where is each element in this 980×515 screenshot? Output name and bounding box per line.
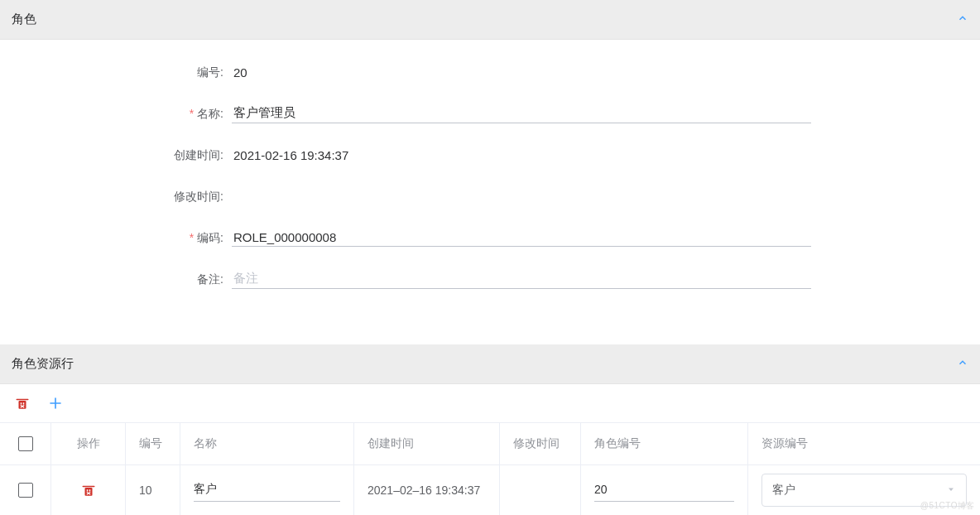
field-code-input[interactable]: ROLE_000000008	[232, 230, 811, 247]
resource-toolbar	[0, 384, 980, 422]
caret-down-icon	[946, 484, 956, 497]
field-mtime: 修改时间:	[0, 180, 980, 214]
field-remark: 备注: 备注	[0, 263, 980, 296]
field-remark-input[interactable]: 备注	[232, 271, 811, 289]
svg-rect-0	[19, 401, 26, 409]
svg-rect-6	[86, 489, 88, 491]
svg-rect-2	[23, 402, 25, 404]
field-ctime: 创建时间: 2021-02-16 19:34:37	[0, 139, 980, 172]
chevron-up-icon	[957, 12, 968, 26]
svg-marker-8	[949, 489, 954, 492]
field-name-input[interactable]: 客户管理员	[232, 105, 811, 123]
col-name: 名称	[180, 423, 354, 464]
panel-resource-header[interactable]: 角色资源行	[0, 344, 980, 384]
table-row: 10 2021–02–16 19:34:37 客户	[0, 465, 980, 515]
field-id-value: 20	[232, 65, 811, 81]
field-id: 编号: 20	[0, 56, 980, 89]
col-ctime: 创建时间	[354, 423, 500, 464]
panel-role-header[interactable]: 角色	[0, 0, 980, 40]
row-checkbox[interactable]	[18, 483, 33, 498]
chevron-up-icon	[957, 357, 968, 371]
cell-id: 10	[126, 465, 180, 515]
field-mtime-value	[232, 196, 811, 198]
col-op: 操作	[51, 423, 126, 464]
col-id: 编号	[126, 423, 180, 464]
field-ctime-value: 2021-02-16 19:34:37	[232, 148, 811, 164]
delete-row-button[interactable]	[78, 479, 99, 501]
panel-resource-title: 角色资源行	[12, 356, 74, 372]
col-mtime: 修改时间	[500, 423, 581, 464]
col-resid: 资源编号	[748, 423, 980, 464]
cell-roleid-input[interactable]	[594, 479, 734, 502]
col-roleid: 角色编号	[581, 423, 748, 464]
resource-table: 操作 编号 名称 创建时间 修改时间 角色编号 资源编号	[0, 422, 980, 515]
cell-mtime	[500, 465, 581, 515]
svg-rect-5	[84, 488, 92, 496]
svg-rect-7	[89, 489, 90, 491]
table-header-row: 操作 编号 名称 创建时间 修改时间 角色编号 资源编号	[0, 423, 980, 465]
watermark: @51CTO博客	[920, 500, 975, 512]
cell-ctime: 2021–02–16 19:34:37	[354, 465, 500, 515]
cell-name-input[interactable]	[194, 479, 340, 502]
field-code: *编码: ROLE_000000008	[0, 222, 980, 255]
field-name: *名称: 客户管理员	[0, 98, 980, 131]
select-all-checkbox[interactable]	[18, 436, 33, 451]
svg-rect-1	[21, 402, 22, 404]
add-row-button[interactable]	[45, 392, 66, 414]
panel-role-title: 角色	[12, 12, 36, 27]
select-value: 客户	[772, 483, 795, 498]
role-form: 编号: 20 *名称: 客户管理员 创建时间: 2021-02-16 19:34…	[0, 40, 980, 325]
delete-rows-button[interactable]	[12, 392, 33, 414]
